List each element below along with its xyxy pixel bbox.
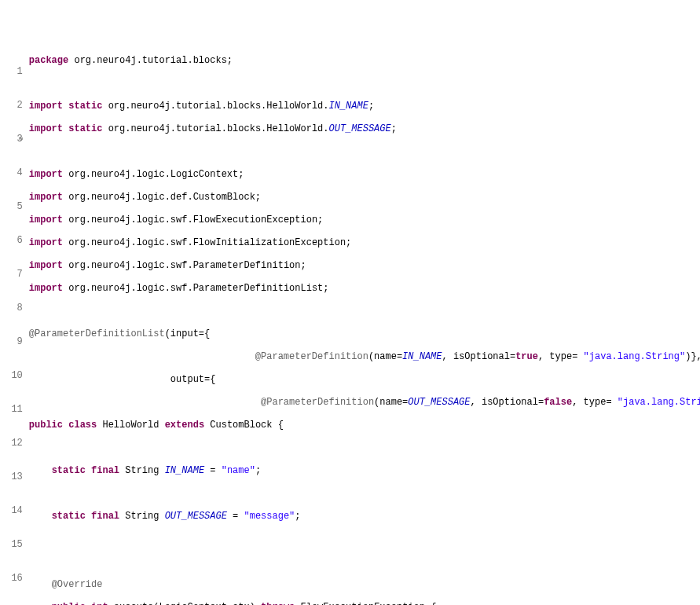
code-line[interactable]: public int execute(LogicContext ctx) thr… (29, 602, 700, 605)
code-line[interactable]: public class HelloWorld extends CustomBl… (29, 420, 700, 431)
code-line[interactable]: import org.neuro4j.logic.swf.ParameterDe… (29, 283, 700, 295)
code-line[interactable]: @ParameterDefinition(name=OUT_MESSAGE, i… (29, 397, 700, 409)
line-number: 8 (0, 302, 23, 314)
line-number: 4 (0, 167, 23, 179)
code-line[interactable]: output={ (29, 374, 700, 386)
line-number: 10 (0, 370, 23, 382)
line-number: 14 (0, 505, 23, 517)
code-line[interactable] (29, 442, 700, 454)
line-number: 12 (0, 438, 23, 449)
line-number-gutter: 1 2 3⊖ 4 5 6 7 8 9 10 11 12 13 14 15 16 … (0, 44, 24, 605)
line-number: 7 (0, 269, 23, 280)
code-line[interactable]: import org.neuro4j.logic.swf.FlowInitial… (29, 237, 700, 249)
code-line[interactable] (29, 146, 700, 158)
code-area[interactable]: package org.neuro4j.tutorial.blocks; imp… (24, 44, 700, 605)
code-line[interactable]: static final String IN_NAME = "name"; (29, 465, 700, 477)
code-line[interactable]: @ParameterDefinitionList(input={ (29, 328, 700, 340)
code-line[interactable] (29, 556, 700, 568)
code-line[interactable] (29, 488, 700, 500)
line-number: 13 (0, 471, 23, 483)
line-number: 5 (0, 201, 23, 213)
code-line[interactable] (29, 534, 700, 545)
code-line[interactable]: package org.neuro4j.tutorial.blocks; (29, 55, 700, 67)
code-line[interactable]: import static org.neuro4j.tutorial.block… (29, 101, 700, 112)
code-editor[interactable]: 1 2 3⊖ 4 5 6 7 8 9 10 11 12 13 14 15 16 … (0, 44, 700, 605)
line-number: 3⊖ (0, 134, 23, 145)
code-line[interactable]: import static org.neuro4j.tutorial.block… (29, 123, 700, 135)
line-number: 6 (0, 235, 23, 247)
line-number: 9 (0, 336, 23, 348)
code-line[interactable]: @ParameterDefinition(name=IN_NAME, isOpt… (29, 351, 700, 363)
line-number: 2 (0, 100, 23, 112)
line-number: 1 (0, 66, 23, 78)
code-line[interactable] (29, 306, 700, 317)
code-line[interactable]: import org.neuro4j.logic.LogicContext; (29, 169, 700, 181)
code-line[interactable]: import org.neuro4j.logic.swf.ParameterDe… (29, 260, 700, 272)
code-line[interactable] (29, 78, 700, 90)
line-number: 15 (0, 539, 23, 551)
code-line[interactable]: static final String OUT_MESSAGE = "messa… (29, 511, 700, 522)
line-number: 11 (0, 404, 23, 416)
code-line[interactable]: import org.neuro4j.logic.swf.FlowExecuti… (29, 214, 700, 226)
line-number: 16 (0, 573, 23, 585)
fold-icon[interactable]: ⊖ (19, 134, 23, 145)
code-line[interactable]: @Override (29, 579, 700, 591)
code-line[interactable]: import org.neuro4j.logic.def.CustomBlock… (29, 192, 700, 204)
